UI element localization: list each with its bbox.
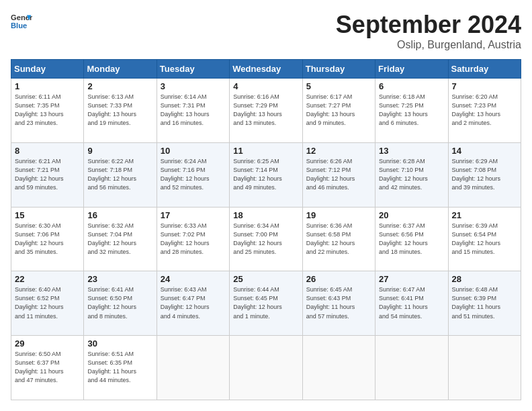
day-cell: 4Sunrise: 6:16 AM Sunset: 7:29 PM Daylig… <box>230 79 302 143</box>
day-number: 3 <box>161 81 226 91</box>
week-row-2: 8Sunrise: 6:21 AM Sunset: 7:21 PM Daylig… <box>11 142 521 207</box>
day-cell: 25Sunrise: 6:44 AM Sunset: 6:45 PM Dayli… <box>230 271 302 336</box>
day-info: Sunrise: 6:32 AM Sunset: 7:04 PM Dayligh… <box>87 222 152 257</box>
day-cell <box>302 336 375 400</box>
day-number: 7 <box>452 81 517 91</box>
day-info: Sunrise: 6:41 AM Sunset: 6:50 PM Dayligh… <box>87 285 152 320</box>
week-row-4: 22Sunrise: 6:40 AM Sunset: 6:52 PM Dayli… <box>11 271 521 336</box>
day-number: 10 <box>161 146 226 156</box>
day-number: 27 <box>379 274 444 284</box>
day-cell: 30Sunrise: 6:51 AM Sunset: 6:35 PM Dayli… <box>84 336 157 400</box>
weekday-friday: Friday <box>375 60 448 79</box>
day-info: Sunrise: 6:39 AM Sunset: 6:54 PM Dayligh… <box>452 222 517 257</box>
day-number: 20 <box>379 210 444 220</box>
logo-icon: General Blue <box>11 11 32 32</box>
day-info: Sunrise: 6:45 AM Sunset: 6:43 PM Dayligh… <box>306 285 371 320</box>
day-info: Sunrise: 6:33 AM Sunset: 7:02 PM Dayligh… <box>161 222 226 257</box>
day-cell: 21Sunrise: 6:39 AM Sunset: 6:54 PM Dayli… <box>448 207 521 271</box>
day-info: Sunrise: 6:40 AM Sunset: 6:52 PM Dayligh… <box>15 285 80 320</box>
day-info: Sunrise: 6:21 AM Sunset: 7:21 PM Dayligh… <box>15 157 80 192</box>
day-info: Sunrise: 6:44 AM Sunset: 6:45 PM Dayligh… <box>233 285 298 320</box>
day-cell: 23Sunrise: 6:41 AM Sunset: 6:50 PM Dayli… <box>84 271 157 336</box>
day-info: Sunrise: 6:20 AM Sunset: 7:23 PM Dayligh… <box>452 93 517 128</box>
day-cell: 24Sunrise: 6:43 AM Sunset: 6:47 PM Dayli… <box>157 271 229 336</box>
day-number: 8 <box>15 146 80 156</box>
title-block: September 2024 Oslip, Burgenland, Austri… <box>336 11 521 51</box>
day-number: 16 <box>87 210 152 220</box>
day-cell: 29Sunrise: 6:50 AM Sunset: 6:37 PM Dayli… <box>11 336 84 400</box>
day-info: Sunrise: 6:14 AM Sunset: 7:31 PM Dayligh… <box>161 93 226 128</box>
day-number: 5 <box>306 81 371 91</box>
day-cell: 6Sunrise: 6:18 AM Sunset: 7:25 PM Daylig… <box>375 79 448 143</box>
day-info: Sunrise: 6:51 AM Sunset: 6:35 PM Dayligh… <box>87 350 152 385</box>
day-number: 29 <box>15 338 80 349</box>
day-number: 24 <box>161 274 226 284</box>
day-info: Sunrise: 6:24 AM Sunset: 7:16 PM Dayligh… <box>161 157 226 192</box>
day-number: 13 <box>379 146 444 156</box>
day-cell: 28Sunrise: 6:48 AM Sunset: 6:39 PM Dayli… <box>448 271 521 336</box>
month-title: September 2024 <box>336 11 521 39</box>
weekday-wednesday: Wednesday <box>230 60 302 79</box>
day-info: Sunrise: 6:29 AM Sunset: 7:08 PM Dayligh… <box>452 157 517 192</box>
day-number: 15 <box>15 210 80 220</box>
day-number: 23 <box>87 274 152 284</box>
day-cell: 2Sunrise: 6:13 AM Sunset: 7:33 PM Daylig… <box>84 79 157 143</box>
day-info: Sunrise: 6:16 AM Sunset: 7:29 PM Dayligh… <box>233 93 298 128</box>
day-number: 14 <box>452 146 517 156</box>
day-info: Sunrise: 6:11 AM Sunset: 7:35 PM Dayligh… <box>15 93 80 128</box>
day-number: 12 <box>306 146 371 156</box>
day-cell: 3Sunrise: 6:14 AM Sunset: 7:31 PM Daylig… <box>157 79 229 143</box>
day-cell <box>375 336 448 400</box>
location: Oslip, Burgenland, Austria <box>336 39 521 51</box>
day-info: Sunrise: 6:48 AM Sunset: 6:39 PM Dayligh… <box>452 285 517 320</box>
day-cell: 20Sunrise: 6:37 AM Sunset: 6:56 PM Dayli… <box>375 207 448 271</box>
weekday-thursday: Thursday <box>302 60 375 79</box>
day-info: Sunrise: 6:25 AM Sunset: 7:14 PM Dayligh… <box>233 157 298 192</box>
day-info: Sunrise: 6:34 AM Sunset: 7:00 PM Dayligh… <box>233 222 298 257</box>
day-info: Sunrise: 6:17 AM Sunset: 7:27 PM Dayligh… <box>306 93 371 128</box>
day-number: 6 <box>379 81 444 91</box>
day-cell <box>157 336 229 400</box>
day-cell: 7Sunrise: 6:20 AM Sunset: 7:23 PM Daylig… <box>448 79 521 143</box>
day-number: 19 <box>306 210 371 220</box>
weekday-monday: Monday <box>84 60 157 79</box>
day-number: 4 <box>233 81 298 91</box>
day-cell: 10Sunrise: 6:24 AM Sunset: 7:16 PM Dayli… <box>157 142 229 207</box>
day-cell: 26Sunrise: 6:45 AM Sunset: 6:43 PM Dayli… <box>302 271 375 336</box>
day-info: Sunrise: 6:36 AM Sunset: 6:58 PM Dayligh… <box>306 222 371 257</box>
week-row-3: 15Sunrise: 6:30 AM Sunset: 7:06 PM Dayli… <box>11 207 521 271</box>
day-number: 30 <box>87 338 152 349</box>
day-info: Sunrise: 6:13 AM Sunset: 7:33 PM Dayligh… <box>87 93 152 128</box>
day-info: Sunrise: 6:26 AM Sunset: 7:12 PM Dayligh… <box>306 157 371 192</box>
calendar-table: SundayMondayTuesdayWednesdayThursdayFrid… <box>11 59 521 400</box>
weekday-header-row: SundayMondayTuesdayWednesdayThursdayFrid… <box>11 60 521 79</box>
day-number: 28 <box>452 274 517 284</box>
day-cell: 13Sunrise: 6:28 AM Sunset: 7:10 PM Dayli… <box>375 142 448 207</box>
day-info: Sunrise: 6:43 AM Sunset: 6:47 PM Dayligh… <box>161 285 226 320</box>
weekday-saturday: Saturday <box>448 60 521 79</box>
day-info: Sunrise: 6:47 AM Sunset: 6:41 PM Dayligh… <box>379 285 444 320</box>
day-info: Sunrise: 6:18 AM Sunset: 7:25 PM Dayligh… <box>379 93 444 128</box>
week-row-1: 1Sunrise: 6:11 AM Sunset: 7:35 PM Daylig… <box>11 79 521 143</box>
day-cell: 22Sunrise: 6:40 AM Sunset: 6:52 PM Dayli… <box>11 271 84 336</box>
day-cell: 9Sunrise: 6:22 AM Sunset: 7:18 PM Daylig… <box>84 142 157 207</box>
day-cell: 17Sunrise: 6:33 AM Sunset: 7:02 PM Dayli… <box>157 207 229 271</box>
day-number: 22 <box>15 274 80 284</box>
day-number: 1 <box>15 81 80 91</box>
day-number: 17 <box>161 210 226 220</box>
day-cell <box>448 336 521 400</box>
day-info: Sunrise: 6:37 AM Sunset: 6:56 PM Dayligh… <box>379 222 444 257</box>
header: General Blue September 2024 Oslip, Burge… <box>11 11 521 51</box>
day-info: Sunrise: 6:22 AM Sunset: 7:18 PM Dayligh… <box>87 157 152 192</box>
logo: General Blue <box>11 11 32 32</box>
day-number: 18 <box>233 210 298 220</box>
day-number: 25 <box>233 274 298 284</box>
day-info: Sunrise: 6:28 AM Sunset: 7:10 PM Dayligh… <box>379 157 444 192</box>
day-info: Sunrise: 6:30 AM Sunset: 7:06 PM Dayligh… <box>15 222 80 257</box>
day-cell: 5Sunrise: 6:17 AM Sunset: 7:27 PM Daylig… <box>302 79 375 143</box>
day-info: Sunrise: 6:50 AM Sunset: 6:37 PM Dayligh… <box>15 350 80 385</box>
day-cell: 14Sunrise: 6:29 AM Sunset: 7:08 PM Dayli… <box>448 142 521 207</box>
day-cell: 19Sunrise: 6:36 AM Sunset: 6:58 PM Dayli… <box>302 207 375 271</box>
day-number: 9 <box>87 146 152 156</box>
day-number: 11 <box>233 146 298 156</box>
